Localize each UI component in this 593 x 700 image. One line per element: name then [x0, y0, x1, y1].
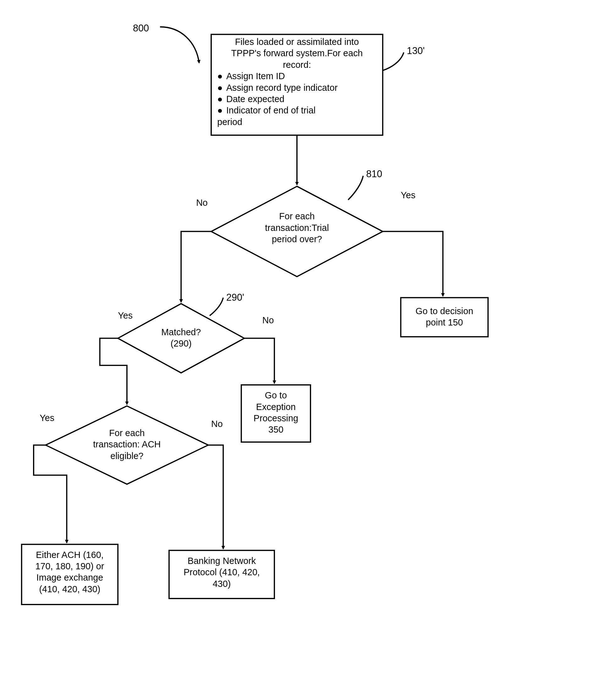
decision-290: Matched? (290)	[118, 304, 244, 373]
svg-text:Files loaded or assimilated in: Files loaded or assimilated into	[235, 37, 359, 47]
edge-label-no-290: No	[263, 315, 274, 325]
edge-label-no-810: No	[196, 198, 208, 208]
svg-text:Indicator of end of trial: Indicator of end of trial	[226, 105, 316, 115]
process-box-350: Go to Exception Processing 350	[241, 385, 311, 442]
svg-text:(410, 420, 430): (410, 420, 430)	[39, 584, 101, 594]
ref-curve-290	[210, 297, 223, 316]
svg-text:Exception: Exception	[256, 402, 296, 412]
svg-text:transaction:Trial: transaction:Trial	[265, 223, 329, 233]
svg-text:record:: record:	[283, 60, 311, 70]
svg-text:For each: For each	[109, 428, 145, 438]
svg-text:(290): (290)	[171, 338, 192, 348]
svg-text:eligible?: eligible?	[110, 451, 143, 461]
ref-label-130: 130'	[407, 45, 425, 56]
figure-label: 800	[133, 23, 149, 33]
svg-text:●: ●	[217, 83, 223, 93]
process-box-130: Files loaded or assimilated into TPPP's …	[211, 34, 383, 135]
edge-label-yes-ach: Yes	[40, 413, 54, 423]
svg-text:transaction:  ACH: transaction: ACH	[93, 439, 161, 449]
edge-290-no	[244, 338, 274, 384]
svg-text:●: ●	[217, 105, 223, 115]
svg-text:For each: For each	[279, 211, 315, 221]
svg-text:430): 430)	[213, 579, 231, 589]
svg-text:Matched?: Matched?	[161, 327, 201, 337]
process-box-bnp: Banking Network Protocol (410, 420, 430)	[169, 550, 274, 599]
edge-ach-yes	[34, 445, 67, 543]
edge-ach-no	[208, 445, 223, 549]
edge-label-yes-290: Yes	[118, 311, 132, 321]
svg-text:Assign record type indicator: Assign record type indicator	[226, 83, 338, 93]
flowchart-diagram: 800 Files loaded or assimilated into TPP…	[12, 12, 581, 688]
edge-810-no	[181, 232, 211, 302]
svg-text:●: ●	[217, 71, 223, 81]
svg-text:Go to: Go to	[265, 390, 287, 400]
svg-text:Either ACH (160,: Either ACH (160,	[36, 550, 104, 560]
svg-text:Protocol (410, 420,: Protocol (410, 420,	[184, 567, 260, 577]
svg-text:●: ●	[217, 94, 223, 104]
svg-text:point 150: point 150	[426, 317, 463, 327]
svg-text:Assign Item ID: Assign Item ID	[226, 71, 285, 81]
edge-290-yes	[100, 338, 127, 405]
svg-text:Go to decision: Go to decision	[416, 306, 473, 316]
decision-ach: For each transaction: ACH eligible?	[46, 406, 208, 484]
ref-curve-810	[348, 176, 363, 200]
svg-text:Processing: Processing	[253, 413, 298, 423]
edge-label-no-ach: No	[211, 419, 223, 429]
ref-label-290: 290'	[226, 292, 244, 302]
ref-label-810: 810	[366, 168, 382, 179]
svg-text:period: period	[217, 117, 242, 127]
decision-810: For each transaction:Trial period over?	[211, 186, 383, 277]
svg-text:170, 180, 190) or: 170, 180, 190) or	[36, 561, 104, 571]
svg-text:TPPP's forward system.For each: TPPP's forward system.For each	[231, 48, 363, 58]
ref-curve-130	[383, 52, 404, 70]
svg-text:Date expected: Date expected	[226, 94, 284, 104]
process-box-150: Go to decision point 150	[401, 297, 488, 336]
figure-arrow	[160, 27, 199, 63]
edge-label-yes-810: Yes	[401, 190, 416, 200]
svg-text:Banking Network: Banking Network	[188, 556, 256, 566]
svg-text:period over?: period over?	[272, 234, 322, 244]
svg-text:350: 350	[268, 424, 283, 435]
svg-text:Image exchange: Image exchange	[36, 572, 103, 582]
edge-810-yes	[383, 232, 443, 296]
process-box-either: Either ACH (160, 170, 180, 190) or Image…	[22, 544, 118, 605]
